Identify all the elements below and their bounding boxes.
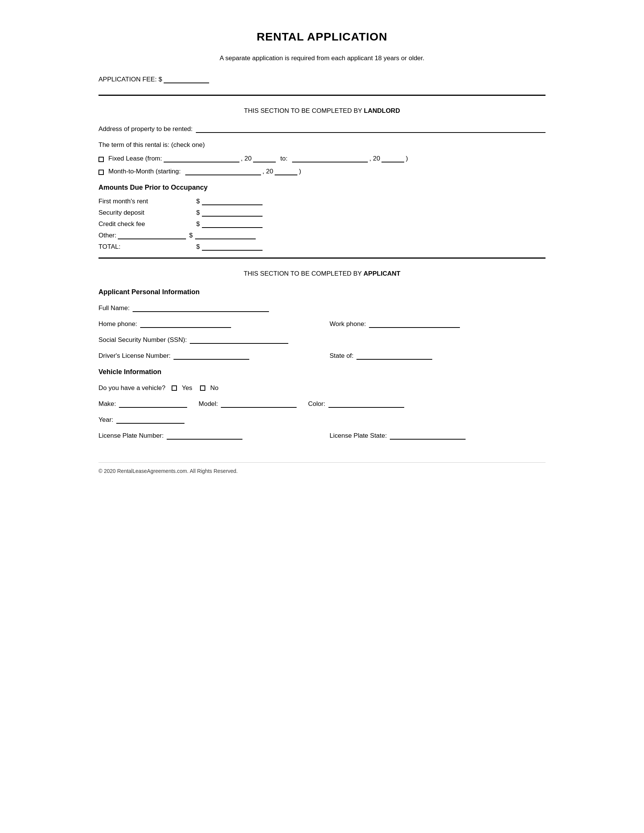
plate-state-label: License Plate State: [330,432,387,440]
amount-row-first-month: First month's rent $ [98,198,546,205]
ssn-input[interactable] [190,343,288,344]
plate-state-group: License Plate State: [330,432,546,440]
state-label: State of: [330,352,353,360]
fixed-lease-row: Fixed Lease (from: , 20 to: , 20 ) [98,155,546,162]
work-phone-label: Work phone: [330,320,366,328]
amount-row-other: Other: $ [98,232,546,239]
dl-group: Driver's License Number: [98,352,314,360]
footer-text: © 2020 RentalLeaseAgreements.com. All Ri… [98,468,238,474]
month-checkbox[interactable] [98,170,104,175]
vehicle-yes-checkbox[interactable] [172,386,177,391]
amount-label-other: Other: [98,232,116,239]
amount-row-total: TOTAL: $ [98,243,546,251]
ssn-row: Social Security Number (SSN): [98,336,546,344]
page-title: RENTAL APPLICATION [98,30,546,43]
term-label: The term of this rental is: (check one) [98,141,546,149]
year-row: Year: [98,416,546,424]
app-fee-input[interactable] [164,82,209,83]
home-phone-label: Home phone: [98,320,137,328]
amount-label-first-month: First month's rent [98,198,193,205]
full-name-input[interactable] [133,311,269,312]
work-phone-input[interactable] [369,327,460,328]
fixed-lease-year2-input[interactable] [382,162,404,162]
fixed-lease-to-date-input[interactable] [292,162,368,162]
work-phone-group: Work phone: [330,320,546,328]
app-fee-row: APPLICATION FEE: $ [98,76,546,83]
color-label: Color: [308,400,325,408]
applicant-section-header: THIS SECTION TO BE COMPLETED BY APPLICAN… [98,270,546,278]
vehicle-question-label: Do you have a vehicle? [98,384,166,391]
state-input[interactable] [356,359,432,360]
full-name-label: Full Name: [98,304,130,312]
amount-row-security: Security deposit $ [98,209,546,217]
fixed-lease-checkbox[interactable] [98,157,104,162]
address-input[interactable] [196,132,546,133]
vehicle-title: Vehicle Information [98,368,546,376]
plate-state-input[interactable] [390,439,465,440]
model-label: Model: [198,400,218,408]
amount-label-total: TOTAL: [98,243,193,251]
vehicle-question-row: Do you have a vehicle? Yes No [98,384,546,392]
fixed-lease-year1-input[interactable] [253,162,276,162]
divider-1 [98,95,546,96]
footer: © 2020 RentalLeaseAgreements.com. All Ri… [98,462,546,474]
vehicle-no-checkbox[interactable] [200,386,205,391]
plate-number-group: License Plate Number: [98,432,314,440]
model-group: Model: [198,400,296,408]
full-name-row: Full Name: [98,304,546,312]
plate-number-label: License Plate Number: [98,432,164,440]
make-label: Make: [98,400,116,408]
home-phone-input[interactable] [140,327,231,328]
amount-label-security: Security deposit [98,209,193,217]
vehicle-no-label: No [210,384,219,391]
other-label-input[interactable] [118,233,186,239]
amount-input-total[interactable] [202,244,262,251]
amount-input-credit[interactable] [202,221,262,228]
amounts-title: Amounts Due Prior to Occupancy [98,183,546,191]
divider-2 [98,257,546,259]
state-group: State of: [330,352,546,360]
amount-input-other[interactable] [195,233,256,239]
address-row: Address of property to be rented: [98,125,546,133]
amount-label-credit: Credit check fee [98,220,193,228]
model-input[interactable] [221,407,296,408]
home-phone-group: Home phone: [98,320,314,328]
dl-input[interactable] [174,359,249,360]
month-label: Month-to-Month (starting: [108,168,181,175]
ssn-label: Social Security Number (SSN): [98,336,187,344]
fixed-lease-from-input[interactable] [164,162,240,162]
month-year-input[interactable] [275,175,297,175]
phone-row: Home phone: Work phone: [98,320,546,328]
dl-label: Driver's License Number: [98,352,171,360]
color-input[interactable] [328,407,404,408]
landlord-section-header: THIS SECTION TO BE COMPLETED BY LANDLORD [98,107,546,115]
app-fee-label: APPLICATION FEE: $ [98,76,162,83]
make-group: Make: [98,400,187,408]
fixed-lease-to: , 20 [241,155,251,162]
subtitle: A separate application is required from … [98,55,546,62]
month-start-input[interactable] [185,175,261,175]
dl-row: Driver's License Number: State of: [98,352,546,360]
amounts-table: First month's rent $ Security deposit $ … [98,198,546,251]
address-label: Address of property to be rented: [98,125,193,133]
amount-row-credit: Credit check fee $ [98,220,546,228]
year-label: Year: [98,416,113,424]
personal-info-title: Applicant Personal Information [98,288,546,296]
color-group: Color: [308,400,404,408]
amount-input-security[interactable] [202,210,262,217]
amount-input-first-month[interactable] [202,198,262,205]
applicant-section: Applicant Personal Information Full Name… [98,288,546,440]
make-model-color-row: Make: Model: Color: [98,400,546,408]
fixed-lease-to3: , 20 [369,155,380,162]
month-to: , 20 [262,168,273,175]
fixed-lease-to2: to: [280,155,288,162]
make-input[interactable] [119,407,187,408]
month-to-month-row: Month-to-Month (starting: , 20 ) [98,168,546,175]
year-input[interactable] [116,423,185,424]
fixed-lease-label: Fixed Lease (from: [108,155,162,162]
vehicle-yes-label: Yes [182,384,192,391]
plate-number-input[interactable] [167,439,242,440]
plate-row: License Plate Number: License Plate Stat… [98,432,546,440]
page: RENTAL APPLICATION A separate applicatio… [76,0,568,497]
